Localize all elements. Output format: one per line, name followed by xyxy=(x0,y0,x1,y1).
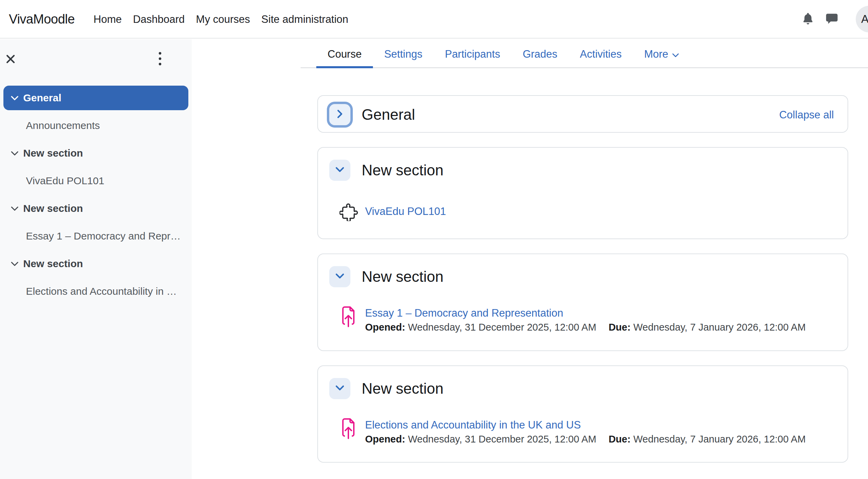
section-title: New section xyxy=(362,379,444,398)
collapse-all-link[interactable]: Collapse all xyxy=(779,109,834,121)
opened-value: Wednesday, 31 December 2025, 12:00 AM xyxy=(408,434,596,445)
close-icon xyxy=(5,53,16,66)
bell-icon xyxy=(801,12,815,27)
due-value: Wednesday, 7 January 2026, 12:00 AM xyxy=(633,434,806,445)
section-card-general: General Collapse all xyxy=(317,95,848,133)
puzzle-icon xyxy=(339,202,359,221)
section-title: New section xyxy=(362,161,444,179)
index-item-vivaedu-pol101[interactable]: VivaEdu POL101 xyxy=(3,169,188,193)
tab-more[interactable]: More xyxy=(633,41,691,67)
nav-link-site-administration[interactable]: Site administration xyxy=(261,13,348,26)
chevron-down-icon xyxy=(335,384,345,393)
chevron-down-icon xyxy=(10,261,19,267)
course-tabs: Course Settings Participants Grades Acti… xyxy=(301,41,868,68)
tab-activities[interactable]: Activities xyxy=(569,41,633,67)
close-drawer-button[interactable] xyxy=(5,53,20,67)
activity-link-essay-1[interactable]: Essay 1 – Democracy and Representation xyxy=(365,307,563,319)
index-section-general[interactable]: General xyxy=(3,86,188,110)
chevron-right-icon xyxy=(336,109,343,120)
primary-nav: Home Dashboard My courses Site administr… xyxy=(93,0,348,39)
index-section-new-1[interactable]: New section xyxy=(3,141,188,165)
avatar-initials: AU xyxy=(861,13,868,26)
tab-grades[interactable]: Grades xyxy=(511,41,569,67)
section-card-new-3: New section Elections and Accountability… xyxy=(317,365,848,463)
top-navbar: VivaMoodle Home Dashboard My courses Sit… xyxy=(0,0,868,39)
chevron-down-icon xyxy=(335,166,345,174)
activity-link-elections[interactable]: Elections and Accountability in the UK a… xyxy=(365,419,581,431)
index-section-new-2[interactable]: New section xyxy=(3,196,188,221)
notifications-button[interactable] xyxy=(801,12,815,27)
messages-button[interactable] xyxy=(825,12,839,27)
activity-dates: Opened: Wednesday, 31 December 2025, 12:… xyxy=(365,322,806,333)
due-label: Due: xyxy=(609,322,631,333)
kebab-menu-icon xyxy=(158,51,162,68)
site-brand[interactable]: VivaMoodle xyxy=(9,0,75,39)
index-section-new-3[interactable]: New section xyxy=(3,251,188,276)
course-index-drawer: General Announcements New section VivaEd… xyxy=(0,39,192,479)
due-label: Due: xyxy=(609,434,631,445)
course-index-list: General Announcements New section VivaEd… xyxy=(3,86,188,307)
opened-label: Opened: xyxy=(365,322,405,333)
assignment-upload-icon xyxy=(341,305,356,328)
tab-course[interactable]: Course xyxy=(316,41,373,67)
index-item-essay-1[interactable]: Essay 1 – Democracy and Repr… xyxy=(3,224,188,248)
opened-value: Wednesday, 31 December 2025, 12:00 AM xyxy=(408,322,596,333)
chevron-down-icon xyxy=(335,273,345,281)
tab-participants[interactable]: Participants xyxy=(434,41,511,67)
drawer-options-button[interactable] xyxy=(153,51,168,68)
expand-section-button[interactable] xyxy=(329,104,350,125)
user-avatar[interactable]: AU xyxy=(856,6,868,32)
section-card-new-2: New section Essay 1 – Democracy and Repr… xyxy=(317,253,848,351)
chevron-down-icon xyxy=(10,150,19,156)
nav-link-my-courses[interactable]: My courses xyxy=(196,13,250,26)
collapse-section-button[interactable] xyxy=(329,160,350,181)
activity-link-vivaedu-pol101[interactable]: VivaEdu POL101 xyxy=(365,205,446,218)
section-card-new-1: New section VivaEdu POL101 xyxy=(317,147,848,239)
activity-dates: Opened: Wednesday, 31 December 2025, 12:… xyxy=(365,434,806,445)
index-item-announcements[interactable]: Announcements xyxy=(3,113,188,138)
chevron-down-icon xyxy=(10,95,19,101)
due-value: Wednesday, 7 January 2026, 12:00 AM xyxy=(633,322,806,333)
index-item-elections[interactable]: Elections and Accountability in … xyxy=(3,279,188,304)
chat-icon xyxy=(825,12,839,27)
opened-label: Opened: xyxy=(365,434,405,445)
nav-link-dashboard[interactable]: Dashboard xyxy=(133,13,185,26)
section-title: New section xyxy=(362,267,444,286)
tab-settings[interactable]: Settings xyxy=(373,41,434,67)
collapse-section-button[interactable] xyxy=(329,378,350,399)
section-title: General xyxy=(362,105,415,124)
chevron-down-icon xyxy=(672,41,679,67)
assignment-upload-icon xyxy=(341,417,356,440)
chevron-down-icon xyxy=(10,206,19,212)
nav-link-home[interactable]: Home xyxy=(93,13,122,26)
collapse-section-button[interactable] xyxy=(329,266,350,287)
